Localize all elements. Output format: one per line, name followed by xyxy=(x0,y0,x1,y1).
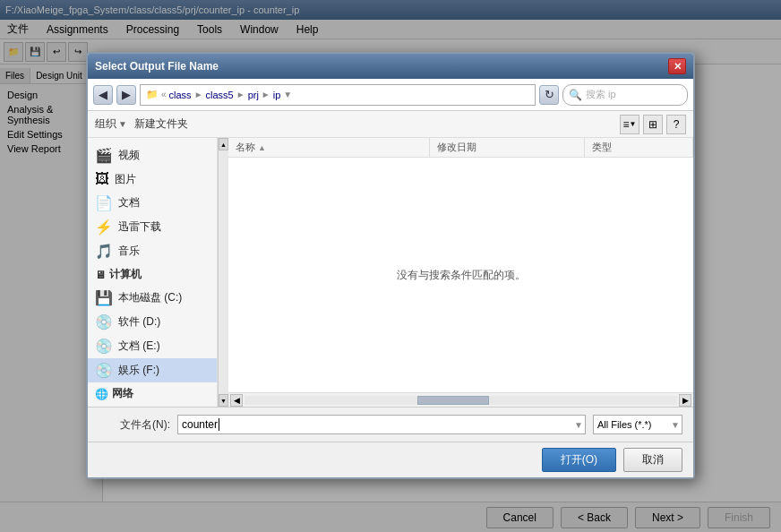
dialog-body: 🎬 视频 🖼 图片 📄 文档 ⚡ 迅雷下载 xyxy=(88,138,693,407)
dialog-sidebar: 🎬 视频 🖼 图片 📄 文档 ⚡ 迅雷下载 xyxy=(88,138,218,407)
documents-icon: 📄 xyxy=(95,194,113,211)
breadcrumb-prj[interactable]: prj xyxy=(248,90,259,100)
refresh-icon: ↻ xyxy=(545,88,554,101)
filelist-header: 名称 ▲ 修改日期 类型 xyxy=(228,138,693,158)
music-icon: 🎵 xyxy=(95,243,113,260)
hscroll-right[interactable]: ▶ xyxy=(679,394,691,407)
list-view-icon: ≡ xyxy=(623,118,630,131)
dialog-toolbar: 组织 ▼ 新建文件夹 ≡ ▼ ⊞ ? xyxy=(88,111,693,138)
select-output-dialog: Select Output File Name ✕ ◀ ▶ 📁 « class … xyxy=(86,52,695,479)
network-icon: 🌐 xyxy=(95,388,108,400)
dialog-addressbar: ◀ ▶ 📁 « class ► class5 ► prj ► ip ▼ ↻ � xyxy=(88,79,693,111)
organize-dropdown-icon: ▼ xyxy=(118,119,127,129)
back-nav-button[interactable]: ◀ xyxy=(93,85,113,105)
computer-section-header[interactable]: 🖥 计算机 xyxy=(88,263,217,286)
new-folder-button[interactable]: 新建文件夹 xyxy=(134,116,188,132)
hscroll-track xyxy=(245,396,677,405)
sidebar-thunder[interactable]: ⚡ 迅雷下载 xyxy=(88,215,217,239)
sidebar-drive-e[interactable]: 💿 文档 (E:) xyxy=(88,334,217,358)
open-button[interactable]: 打开(O) xyxy=(542,448,616,472)
drive-d-label: 软件 (D:) xyxy=(118,314,160,330)
view-grid-button[interactable]: ⊞ xyxy=(643,115,663,134)
sidebar-drive-c[interactable]: 💾 本地磁盘 (C:) xyxy=(88,286,217,310)
hscroll-thumb xyxy=(417,396,489,405)
address-path-box[interactable]: 📁 « class ► class5 ► prj ► ip ▼ xyxy=(140,84,536,106)
dialog-main: 名称 ▲ 修改日期 类型 没有与搜索条件匹配的项。 ◀ xyxy=(228,138,693,407)
video-icon: 🎬 xyxy=(95,147,113,164)
filetype-value: All Files (*.*) xyxy=(597,419,652,430)
search-box[interactable]: 🔍 搜索 ip xyxy=(562,84,688,106)
sidebar-music[interactable]: 🎵 音乐 xyxy=(88,239,217,263)
new-folder-label: 新建文件夹 xyxy=(134,116,188,132)
computer-icon: 🖥 xyxy=(95,269,106,281)
hscroll-left[interactable]: ◀ xyxy=(230,394,243,407)
sidebar-thunder-label: 迅雷下载 xyxy=(118,219,161,235)
dialog-overlay: Select Output File Name ✕ ◀ ▶ 📁 « class … xyxy=(0,0,781,532)
sidebar-documents-label: 文档 xyxy=(118,195,140,210)
vscroll-up[interactable]: ▲ xyxy=(219,138,228,150)
forward-nav-button[interactable]: ▶ xyxy=(116,85,136,105)
hscroll[interactable]: ◀ ▶ xyxy=(228,392,693,407)
dialog-inputs: 文件名(N): counter ▼ All Files (*.*) ▼ xyxy=(88,407,693,442)
breadcrumb-ip[interactable]: ip xyxy=(273,90,281,100)
filename-value: counter xyxy=(182,418,218,431)
dialog-cancel-button[interactable]: 取消 xyxy=(623,448,682,472)
dialog-actions: 打开(O) 取消 xyxy=(88,442,693,477)
sidebar-documents[interactable]: 📄 文档 xyxy=(88,191,217,215)
sidebar-pictures-label: 图片 xyxy=(115,172,136,187)
sidebar-vscroll[interactable]: ▲ ▼ xyxy=(218,138,228,407)
breadcrumb-class[interactable]: class xyxy=(169,90,192,100)
drive-e-label: 文档 (E:) xyxy=(118,339,160,354)
drive-e-icon: 💿 xyxy=(95,338,113,355)
drive-d-icon: 💿 xyxy=(95,313,113,330)
help-icon: ? xyxy=(674,118,680,131)
thunder-icon: ⚡ xyxy=(95,219,113,236)
network-section-header[interactable]: 🌐 网络 xyxy=(88,382,217,405)
sidebar-drive-f[interactable]: 💿 娱乐 (F:) xyxy=(88,358,217,382)
drive-f-label: 娱乐 (F:) xyxy=(118,363,159,378)
dialog-titlebar: Select Output File Name ✕ xyxy=(88,54,693,79)
network-section-label: 网络 xyxy=(112,386,133,401)
col-date[interactable]: 修改日期 xyxy=(430,138,585,157)
sidebar-video[interactable]: 🎬 视频 xyxy=(88,143,217,167)
sidebar-container: 🎬 视频 🖼 图片 📄 文档 ⚡ 迅雷下载 xyxy=(88,138,228,407)
sidebar-video-label: 视频 xyxy=(118,148,140,163)
filetype-field[interactable]: All Files (*.*) ▼ xyxy=(593,415,682,434)
col-type[interactable]: 类型 xyxy=(585,138,693,157)
search-icon: 🔍 xyxy=(569,89,582,101)
filename-label: 文件名(N): xyxy=(99,417,170,433)
sidebar-pictures[interactable]: 🖼 图片 xyxy=(88,167,217,191)
breadcrumb-class5[interactable]: class5 xyxy=(206,90,234,100)
grid-view-icon: ⊞ xyxy=(648,118,657,131)
drive-f-icon: 💿 xyxy=(95,362,113,379)
col-name[interactable]: 名称 ▲ xyxy=(228,138,430,157)
drive-c-icon: 💾 xyxy=(95,289,113,306)
addr-icon: 📁 xyxy=(146,89,159,100)
refresh-button[interactable]: ↻ xyxy=(539,85,559,105)
dialog-close-button[interactable]: ✕ xyxy=(668,58,686,74)
organize-label: 组织 xyxy=(95,116,116,132)
organize-button[interactable]: 组织 ▼ xyxy=(95,116,127,132)
drive-c-label: 本地磁盘 (C:) xyxy=(118,290,182,305)
text-cursor xyxy=(219,418,219,431)
filename-field[interactable]: counter ▼ xyxy=(177,415,586,434)
view-list-button[interactable]: ≡ ▼ xyxy=(620,115,639,134)
filelist-empty-message: 没有与搜索条件匹配的项。 xyxy=(228,158,693,392)
filetype-dropdown-icon[interactable]: ▼ xyxy=(671,420,680,430)
dialog-title: Select Output File Name xyxy=(95,60,219,73)
sidebar-music-label: 音乐 xyxy=(118,244,140,259)
search-placeholder: 搜索 ip xyxy=(586,88,616,101)
toolbar-right: ≡ ▼ ⊞ ? xyxy=(620,115,686,134)
forward-arrow-icon: ▶ xyxy=(122,88,131,101)
sort-arrow-icon: ▲ xyxy=(258,143,266,152)
filename-row: 文件名(N): counter ▼ All Files (*.*) ▼ xyxy=(99,415,682,434)
computer-section-label: 计算机 xyxy=(109,267,142,282)
view-dropdown-arrow: ▼ xyxy=(630,120,637,128)
sidebar-drive-d[interactable]: 💿 软件 (D:) xyxy=(88,310,217,334)
filename-dropdown-icon[interactable]: ▼ xyxy=(574,420,583,430)
vscroll-track xyxy=(219,150,228,394)
back-arrow-icon: ◀ xyxy=(99,88,107,101)
pictures-icon: 🖼 xyxy=(95,171,109,187)
vscroll-down[interactable]: ▼ xyxy=(219,394,228,407)
help-button[interactable]: ? xyxy=(666,115,686,134)
